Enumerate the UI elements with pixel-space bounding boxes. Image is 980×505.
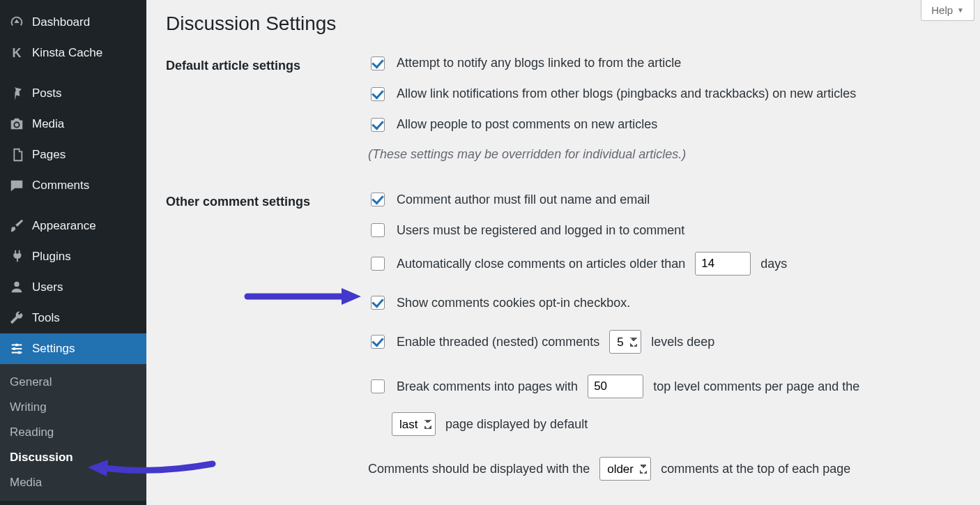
sidebar-item-kinsta[interactable]: K Kinsta Cache xyxy=(0,38,146,68)
select-thread-depth[interactable]: 5 xyxy=(609,330,641,354)
sidebar-item-users[interactable]: Users xyxy=(0,272,146,303)
section-heading-default: Default article settings xyxy=(166,54,368,190)
select-comment-order[interactable]: older xyxy=(599,457,651,481)
sidebar-item-label: Users xyxy=(32,280,63,294)
label-paginate-post: page displayed by default xyxy=(445,416,588,432)
label-registered: Users must be registered and logged in t… xyxy=(397,223,684,239)
checkbox-allow-comments[interactable] xyxy=(371,118,385,132)
user-icon xyxy=(8,279,25,296)
select-default-page[interactable]: last xyxy=(392,412,436,436)
sidebar-item-dashboard[interactable]: Dashboard xyxy=(0,7,146,38)
label-autoclose-pre: Automatically close comments on articles… xyxy=(397,256,685,272)
label-order-post: comments at the top of each page xyxy=(661,461,850,477)
sidebar-item-label: Kinsta Cache xyxy=(32,46,102,60)
sidebar-item-media[interactable]: Media xyxy=(0,109,146,140)
wrench-icon xyxy=(8,310,25,326)
sidebar-item-pages[interactable]: Pages xyxy=(0,140,146,170)
sidebar-item-label: Media xyxy=(32,117,64,131)
label-name-email: Comment author must fill out name and em… xyxy=(397,192,650,208)
label-paginate-mid: top level comments per page and the xyxy=(653,379,859,395)
submenu-item-writing[interactable]: Writing xyxy=(0,395,146,420)
checkbox-paginate[interactable] xyxy=(371,379,385,393)
label-autoclose-post: days xyxy=(760,256,787,272)
sidebar-item-settings[interactable]: Settings xyxy=(0,333,146,364)
label-cookies-optin: Show comments cookies opt-in checkbox. xyxy=(397,295,630,311)
label-allow-trackbacks: Allow link notifications from other blog… xyxy=(397,86,856,102)
help-tab[interactable]: Help ▼ xyxy=(921,0,974,21)
sidebar-item-label: Comments xyxy=(32,179,89,193)
checkbox-cookies-optin[interactable] xyxy=(371,296,385,310)
k-icon: K xyxy=(8,45,25,61)
plug-icon xyxy=(8,248,25,265)
submenu-item-discussion[interactable]: Discussion xyxy=(0,445,146,470)
default-settings-note: (These settings may be overridden for in… xyxy=(368,146,960,163)
input-autoclose-days[interactable] xyxy=(695,252,751,276)
sidebar-item-label: Posts xyxy=(32,86,62,100)
chat-icon xyxy=(8,177,25,194)
label-threaded-post: levels deep xyxy=(651,334,714,350)
camera-icon xyxy=(8,116,25,133)
checkbox-autoclose[interactable] xyxy=(371,257,385,271)
settings-submenu: General Writing Reading Discussion Media xyxy=(0,364,146,501)
main-content: Help ▼ Discussion Settings Default artic… xyxy=(146,0,980,505)
sidebar-item-appearance[interactable]: Appearance xyxy=(0,211,146,241)
brush-icon xyxy=(8,218,25,234)
checkbox-registered[interactable] xyxy=(371,223,385,237)
submenu-item-reading[interactable]: Reading xyxy=(0,420,146,445)
sidebar-item-plugins[interactable]: Plugins xyxy=(0,241,146,272)
sidebar-item-label: Pages xyxy=(32,148,66,162)
checkbox-name-email[interactable] xyxy=(371,193,385,206)
input-comments-per-page[interactable] xyxy=(588,375,643,398)
checkbox-allow-trackbacks[interactable] xyxy=(371,87,385,101)
copy-icon xyxy=(8,146,25,163)
sidebar-item-tools[interactable]: Tools xyxy=(0,303,146,333)
submenu-item-general[interactable]: General xyxy=(0,370,146,395)
admin-sidebar: Dashboard K Kinsta Cache Posts Media Pag… xyxy=(0,0,146,505)
label-threaded-pre: Enable threaded (nested) comments xyxy=(397,334,599,350)
label-notify-blogs: Attempt to notify any blogs linked to fr… xyxy=(397,55,681,71)
sidebar-item-label: Settings xyxy=(32,342,75,356)
sidebar-item-label: Plugins xyxy=(32,250,71,264)
checkbox-threaded[interactable] xyxy=(371,335,385,349)
sidebar-item-posts[interactable]: Posts xyxy=(0,78,146,109)
sliders-icon xyxy=(8,340,25,357)
help-label: Help xyxy=(931,4,953,16)
label-order-pre: Comments should be displayed with the xyxy=(368,461,590,477)
label-paginate-pre: Break comments into pages with xyxy=(397,379,578,395)
sidebar-item-label: Appearance xyxy=(32,219,96,233)
pin-icon xyxy=(8,85,25,102)
label-allow-comments: Allow people to post comments on new art… xyxy=(397,116,657,133)
sidebar-item-label: Tools xyxy=(32,311,60,325)
section-heading-other: Other comment settings xyxy=(166,190,368,505)
sidebar-item-label: Dashboard xyxy=(32,15,90,29)
checkbox-notify-blogs[interactable] xyxy=(371,56,385,70)
gauge-icon xyxy=(8,14,25,31)
sidebar-item-comments[interactable]: Comments xyxy=(0,170,146,201)
page-title: Discussion Settings xyxy=(166,13,960,35)
caret-down-icon: ▼ xyxy=(957,6,964,14)
submenu-item-media[interactable]: Media xyxy=(0,470,146,495)
